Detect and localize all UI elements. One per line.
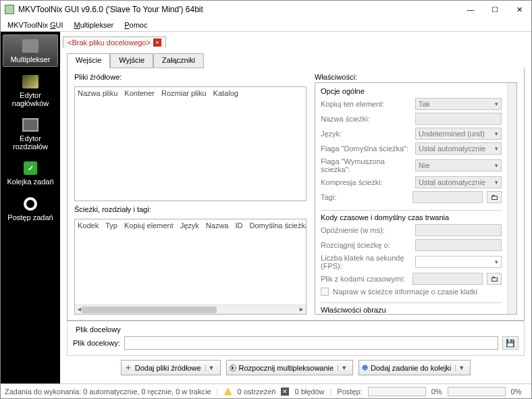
col-dir[interactable]: Katalog [213, 89, 238, 97]
delay-input[interactable] [415, 224, 502, 236]
queue-icon: ⊕ [362, 363, 368, 372]
chapter-editor-icon [21, 117, 40, 133]
group-timecodes: Kody czasowe i domyślny czas trwania [321, 213, 502, 221]
group-general: Opcje ogólne [321, 87, 502, 95]
scrollbar-thumb[interactable] [82, 307, 217, 313]
progress-bar-2 [448, 387, 506, 396]
folder-icon: 🗀 [491, 275, 498, 283]
fps-label: Liczba klatek na sekundę (FPS): [321, 254, 411, 270]
source-columns: Nazwa pliku Kontener Rozmiar pliku Katal… [75, 87, 306, 99]
col-copy[interactable]: Kopiuj element [124, 221, 174, 230]
tab-output[interactable]: Wyjście [110, 53, 153, 68]
maximize-button[interactable]: ☐ [483, 1, 507, 18]
file-tabbar: <Brak pliku docelowego> × [60, 32, 531, 48]
dest-group: Plik docelowy Plik docelowy: 💾 [67, 321, 525, 356]
job-output-icon [21, 196, 40, 212]
default-select[interactable]: Ustal automatycznie▾ [415, 142, 502, 155]
col-default[interactable]: Domyślna ścieżka [249, 221, 306, 230]
titlebar: MKVToolNix GUI v9.6.0 ('Slave To Your Mi… [1, 1, 531, 18]
status-warnings[interactable]: 0 ostrzeżeń [238, 388, 276, 396]
start-mux-button[interactable]: Rozpocznij multipleksowanie▼ [226, 360, 354, 375]
tracks-label: Ścieżki, rozdziały i tagi: [74, 205, 307, 213]
action-buttons: ＋Dodaj pliki źródłowe▼ Rozpocznij multip… [67, 356, 525, 379]
comp-label: Kompresja ścieżki: [321, 178, 411, 186]
progress-value-2: 0% [511, 388, 522, 396]
col-lang[interactable]: Język [180, 221, 199, 230]
tab-attachments[interactable]: Załączniki [153, 53, 204, 68]
multiplexer-icon [21, 38, 40, 54]
close-button[interactable]: ✕ [507, 1, 531, 18]
error-icon: ✕ [281, 388, 289, 396]
sidebar-item-header-editor[interactable]: Edytor nagłówków [3, 71, 58, 110]
col-type[interactable]: Typ [105, 221, 117, 230]
dropdown-icon[interactable]: ▼ [338, 365, 347, 371]
col-id[interactable]: ID [235, 221, 242, 230]
play-icon [230, 365, 236, 371]
minimize-button[interactable]: — [458, 1, 483, 18]
sidebar-label: Edytor rozdziałów [4, 134, 57, 151]
tags-input[interactable] [413, 191, 483, 203]
menu-help[interactable]: Pomoc [120, 20, 151, 30]
sidebar-item-multiplexer[interactable]: Multiplekser [3, 34, 58, 67]
col-trackname[interactable]: Nazwa [206, 221, 229, 230]
sidebar-label: Edytor nagłówków [4, 91, 57, 107]
dest-file-input[interactable] [124, 336, 498, 350]
delay-label: Opóźnienie (w ms): [321, 226, 411, 234]
properties-label: Właściwości: [315, 73, 517, 81]
progress-label: Postęp: [337, 388, 362, 396]
sidebar-label: Multiplekser [11, 55, 51, 63]
group-picture: Właściwości obrazu [321, 306, 502, 314]
add-source-button[interactable]: ＋Dodaj pliki źródłowe▼ [121, 360, 221, 375]
forced-select[interactable]: Nie▾ [415, 159, 502, 171]
menu-multiplexer[interactable]: Multiplekser [70, 20, 118, 30]
fix-timing-checkbox[interactable] [321, 288, 329, 296]
fps-select[interactable]: ▾ [415, 256, 502, 268]
save-icon: 💾 [506, 339, 515, 348]
trackname-label: Nazwa ścieżki: [321, 115, 411, 123]
close-tab-icon[interactable]: × [153, 38, 161, 47]
stretch-input[interactable] [415, 239, 502, 251]
tcfile-input[interactable] [413, 273, 483, 285]
file-tab-label: <Brak pliku docelowego> [68, 38, 151, 47]
horizontal-scrollbar[interactable]: ◄ ► [75, 304, 306, 314]
trackname-input[interactable] [415, 113, 502, 125]
sidebar-item-chapter-editor[interactable]: Edytor rozdziałów [3, 114, 58, 153]
vertical-scrollbar[interactable] [507, 83, 516, 314]
dest-browse-button[interactable]: 💾 [502, 336, 518, 350]
source-files-list[interactable]: Nazwa pliku Kontener Rozmiar pliku Katal… [74, 86, 307, 201]
tags-label: Tagi: [321, 193, 408, 201]
tab-input[interactable]: Wejście [67, 53, 110, 68]
header-editor-icon [21, 74, 40, 90]
tcfile-label: Plik z kodami czasowymi: [321, 275, 408, 283]
forced-label: Flaga "Wymuszona ścieżka": [321, 157, 411, 174]
subtabs: Wejście Wyjście Załączniki [67, 53, 525, 68]
fix-label: Napraw w ścieżce informacje o czasie kla… [333, 288, 502, 296]
lang-select[interactable]: Undetermined (und)▾ [415, 128, 502, 140]
sidebar-item-job-output[interactable]: Postęp zadań [3, 193, 58, 224]
menu-gui[interactable]: MKVToolNix GUI [3, 20, 68, 30]
col-name[interactable]: Nazwa pliku [78, 89, 117, 97]
tracks-list[interactable]: Kodek Typ Kopiuj element Język Nazwa ID … [74, 219, 307, 315]
copy-select[interactable]: Tak▾ [415, 98, 502, 110]
dropdown-icon[interactable]: ▼ [205, 365, 215, 371]
status-errors[interactable]: 0 błędów [294, 388, 324, 396]
add-to-queue-button[interactable]: ⊕Dodaj zadanie do kolejki▼ [358, 360, 471, 375]
dropdown-icon[interactable]: ▼ [455, 365, 464, 371]
file-tab-empty[interactable]: <Brak pliku docelowego> × [63, 36, 166, 48]
scroll-right-icon[interactable]: ► [298, 306, 304, 313]
dest-legend: Plik docelowy [73, 325, 124, 334]
app-icon [5, 5, 14, 14]
tags-browse-button[interactable]: 🗀 [487, 191, 502, 203]
col-container[interactable]: Kontener [124, 89, 155, 97]
comp-select[interactable]: Ustal automatycznie▾ [415, 176, 502, 188]
progress-value-1: 0% [431, 388, 442, 396]
col-size[interactable]: Rozmiar pliku [161, 89, 207, 97]
tcfile-browse-button[interactable]: 🗀 [487, 273, 502, 285]
sidebar-item-job-queue[interactable]: ✓ Kolejka zadań [3, 157, 58, 188]
stretch-label: Rozciągnij ścieżkę o: [321, 241, 411, 249]
dest-label: Plik docelowy: [73, 339, 120, 347]
job-queue-icon: ✓ [21, 160, 40, 176]
lang-label: Język: [321, 130, 411, 138]
plus-icon: ＋ [124, 362, 132, 373]
col-codec[interactable]: Kodek [78, 221, 99, 230]
